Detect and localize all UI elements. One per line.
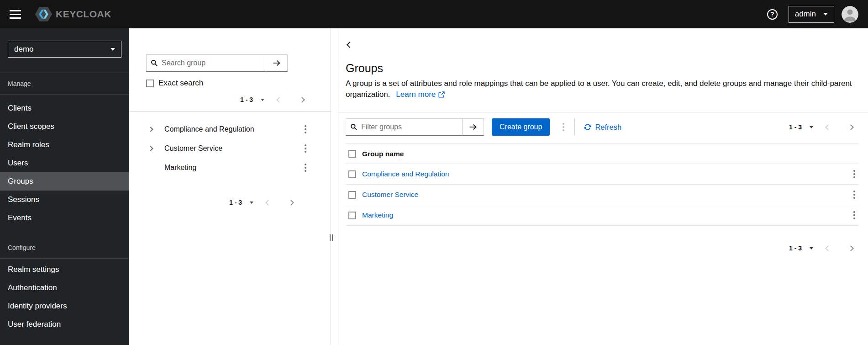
pagination-range-label: 1 - 3 [229, 199, 242, 206]
tree-pagination-top: 1 - 3 [146, 94, 310, 105]
table-row: Compliance and Regulation [346, 164, 859, 185]
search-icon [151, 59, 158, 66]
row-checkbox-cell [346, 212, 362, 219]
group-name-link[interactable]: Compliance and Regulation [164, 125, 254, 133]
learn-more-link[interactable]: Learn more [396, 89, 445, 100]
angle-right-icon [288, 200, 294, 206]
kebab-icon [853, 211, 855, 219]
panel-gap [331, 28, 338, 345]
row-actions-kebab[interactable] [850, 168, 859, 180]
row-checkbox[interactable] [348, 191, 356, 199]
realm-selector-dropdown[interactable]: demo [8, 41, 121, 58]
select-all-checkbox[interactable] [348, 150, 356, 158]
groups-toolbar: Create group Refresh 1 - 3 [346, 118, 859, 136]
sidebar-item-identity-providers[interactable]: Identity providers [0, 297, 129, 315]
pagination-range-menu[interactable]: 1 - 3 [229, 199, 253, 206]
learn-more-label: Learn more [396, 89, 436, 100]
next-page-button[interactable] [843, 243, 859, 254]
pagination-range-menu[interactable]: 1 - 3 [240, 96, 264, 103]
kebab-icon [305, 125, 306, 133]
panel-splitter-handle[interactable] [330, 234, 333, 241]
group-name-link[interactable]: Customer Service [164, 144, 222, 153]
group-link[interactable]: Marketing [362, 211, 393, 219]
group-name-column-header: Group name [362, 150, 839, 158]
group-link[interactable]: Compliance and Regulation [362, 170, 449, 178]
sidebar-item-authentication[interactable]: Authentication [0, 279, 129, 297]
help-button[interactable]: ? [767, 9, 778, 20]
expand-toggle[interactable] [149, 127, 163, 131]
expand-toggle[interactable] [149, 147, 163, 150]
filter-submit-button[interactable] [462, 118, 484, 136]
row-checkbox-cell [346, 191, 362, 199]
row-checkbox[interactable] [348, 170, 356, 178]
row-actions-kebab[interactable] [850, 209, 859, 221]
group-actions-kebab[interactable] [301, 143, 310, 154]
kebab-icon [305, 144, 306, 153]
sidebar-item-realm-roles[interactable]: Realm roles [0, 136, 129, 154]
previous-page-button[interactable] [260, 197, 276, 208]
groups-list-kebab[interactable] [557, 120, 570, 134]
search-group-input[interactable] [146, 54, 266, 72]
previous-page-button[interactable] [820, 122, 836, 133]
caret-down-icon [261, 99, 264, 101]
groups-table: Group name Compliance and Regulation Cus… [346, 143, 859, 226]
configure-nav-list: Realm settings Authentication Identity p… [0, 260, 129, 334]
group-link[interactable]: Customer Service [362, 191, 418, 198]
user-menu-dropdown[interactable]: admin [789, 6, 834, 23]
angle-left-icon [825, 124, 831, 130]
caret-down-icon [823, 13, 828, 16]
filter-groups-input[interactable] [346, 118, 462, 136]
keycloak-logo[interactable]: KEYCLOAK [34, 6, 111, 22]
pagination-range-label: 1 - 3 [789, 244, 802, 252]
refresh-button[interactable]: Refresh [580, 123, 625, 132]
next-page-button[interactable] [283, 197, 299, 208]
sidebar-item-user-federation[interactable]: User federation [0, 315, 129, 334]
external-link-icon [438, 91, 445, 98]
caret-down-icon [250, 202, 253, 204]
question-mark-icon: ? [770, 11, 774, 18]
current-realm-label: demo [14, 45, 34, 54]
angle-left-icon [347, 42, 353, 48]
next-page-button[interactable] [843, 122, 859, 133]
row-actions-kebab[interactable] [850, 189, 859, 201]
group-name-link[interactable]: Marketing [164, 164, 196, 172]
next-page-button[interactable] [294, 94, 310, 105]
sidebar-divider [0, 258, 129, 259]
angle-left-icon [276, 97, 282, 103]
exact-search-checkbox[interactable] [146, 80, 154, 87]
sidebar-item-clients[interactable]: Clients [0, 99, 129, 117]
search-submit-button[interactable] [266, 54, 288, 72]
sidebar-item-groups[interactable]: Groups [0, 172, 129, 191]
row-checkbox[interactable] [348, 212, 356, 219]
sidebar-item-realm-settings[interactable]: Realm settings [0, 260, 129, 279]
sidebar-item-sessions[interactable]: Sessions [0, 191, 129, 209]
group-actions-kebab[interactable] [301, 162, 310, 174]
page-title: Groups [346, 62, 859, 75]
pagination-range-menu[interactable]: 1 - 3 [789, 123, 813, 131]
group-actions-kebab[interactable] [301, 123, 310, 135]
arrow-right-icon [273, 60, 281, 66]
back-button[interactable] [346, 41, 354, 49]
keycloak-admin-console: KEYCLOAK ? admin demo [0, 0, 868, 345]
pagination-range-menu[interactable]: 1 - 3 [789, 244, 813, 252]
page-description: A group is a set of attributes and role … [346, 78, 859, 100]
table-header-row: Group name [346, 143, 859, 164]
sidebar-item-users[interactable]: Users [0, 154, 129, 172]
tree-item: Marketing [146, 158, 310, 177]
header-checkbox-cell [346, 150, 362, 158]
search-field-wrap [146, 54, 266, 72]
caret-down-icon [810, 247, 813, 249]
previous-page-button[interactable] [271, 94, 287, 105]
avatar[interactable] [842, 6, 858, 23]
masthead: KEYCLOAK ? admin [0, 0, 868, 28]
angle-right-icon [148, 127, 153, 132]
filter-input-group [346, 118, 484, 136]
nav-toggle-button[interactable] [10, 10, 21, 19]
sidebar-item-client-scopes[interactable]: Client scopes [0, 117, 129, 136]
create-group-button[interactable]: Create group [492, 118, 550, 136]
previous-page-button[interactable] [820, 243, 836, 254]
nav-section-configure: Configure [0, 237, 129, 258]
hamburger-icon [10, 10, 21, 19]
exact-search-label: Exact search [158, 79, 203, 88]
sidebar-item-events[interactable]: Events [0, 209, 129, 227]
